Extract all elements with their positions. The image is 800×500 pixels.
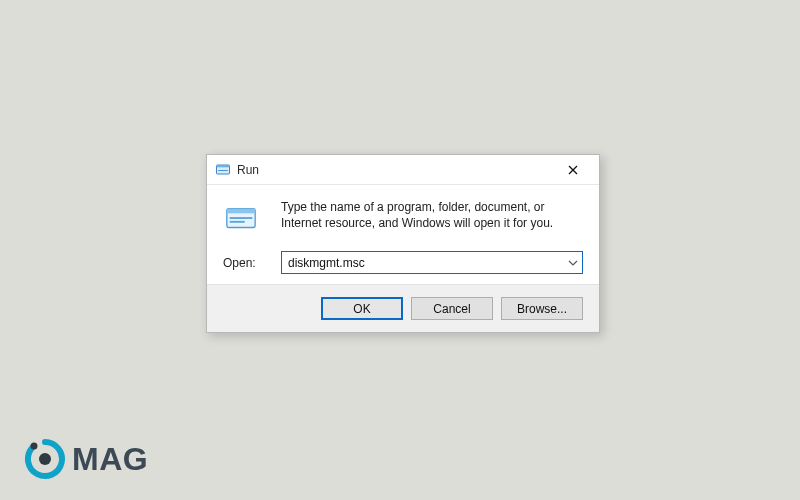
open-label: Open: xyxy=(223,256,275,270)
watermark-logo: MAG xyxy=(24,438,148,480)
open-input[interactable] xyxy=(281,251,583,274)
svg-rect-6 xyxy=(227,209,255,214)
svg-rect-1 xyxy=(217,165,230,167)
titlebar: Run xyxy=(207,155,599,185)
svg-point-9 xyxy=(39,453,51,465)
svg-point-10 xyxy=(31,443,38,450)
button-row: OK Cancel Browse... xyxy=(207,284,599,332)
ok-button[interactable]: OK xyxy=(321,297,403,320)
dialog-description: Type the name of a program, folder, docu… xyxy=(281,199,583,231)
watermark-text: MAG xyxy=(72,441,148,478)
close-icon xyxy=(568,165,578,175)
pmag-logo-icon xyxy=(24,438,66,480)
open-combobox[interactable] xyxy=(281,251,583,274)
run-program-icon xyxy=(223,201,259,237)
run-icon xyxy=(215,162,231,178)
dialog-body: Type the name of a program, folder, docu… xyxy=(207,185,599,284)
browse-button[interactable]: Browse... xyxy=(501,297,583,320)
svg-rect-7 xyxy=(230,217,253,219)
cancel-button[interactable]: Cancel xyxy=(411,297,493,320)
svg-rect-8 xyxy=(230,221,245,223)
dialog-title: Run xyxy=(237,163,553,177)
close-button[interactable] xyxy=(553,158,593,182)
svg-rect-2 xyxy=(218,170,228,171)
run-dialog: Run Type the name of a program, folder, … xyxy=(206,154,600,333)
